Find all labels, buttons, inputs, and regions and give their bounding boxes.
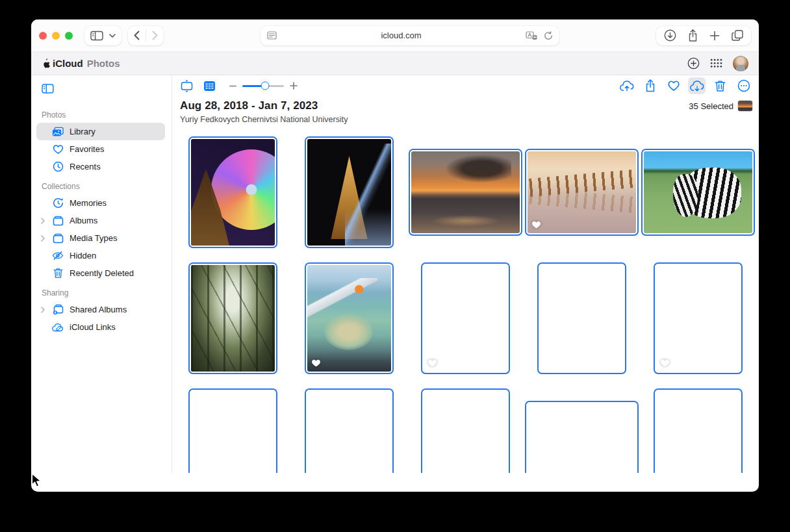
downloads-icon[interactable] (664, 29, 676, 42)
apple-logo-icon (42, 58, 50, 69)
favorite-heart-badge-icon (661, 359, 669, 367)
sidebar-item-recents[interactable]: Recents (36, 158, 165, 175)
photo-cell (407, 129, 524, 255)
photo-cell (175, 381, 291, 473)
app-sidebar-toggle-icon[interactable] (42, 84, 54, 94)
pine-branch-sunset-1-image (307, 391, 391, 473)
date-range-title: Aug 28, 2018 - Jan 7, 2023 (180, 99, 318, 112)
sidebar-item-media-types[interactable]: Media Types (36, 229, 165, 247)
photo-cell (407, 381, 524, 473)
photo-cell (640, 255, 756, 381)
sidebar-item-recently-deleted[interactable]: Recently Deleted (36, 264, 165, 282)
sidebar-item-label: Recents (70, 162, 101, 171)
trash-photo-icon[interactable] (711, 77, 729, 94)
photo-pine-branch-sunset-1[interactable] (305, 388, 394, 473)
photo-cell (175, 255, 291, 381)
tabs-overview-icon[interactable] (732, 30, 743, 41)
reload-icon[interactable] (544, 31, 553, 40)
chevron-right-icon[interactable] (41, 218, 45, 224)
sidebar-item-memories[interactable]: Memories (36, 194, 165, 212)
sidebar-item-label: Library (70, 127, 96, 136)
browser-toolbar: icloud.com (31, 19, 759, 52)
pyramids-tourist-image (528, 403, 636, 473)
app-grid-icon[interactable] (710, 58, 722, 68)
album-icon (52, 216, 64, 226)
sidebar-item-favorites[interactable]: Favorites (36, 140, 165, 158)
close-window-button[interactable] (39, 32, 47, 40)
sidebar-item-label: Memories (70, 198, 107, 208)
zoom-in-icon[interactable] (290, 82, 298, 90)
upload-cloud-icon[interactable] (618, 77, 635, 94)
photo-ferris-wheel-night[interactable] (188, 136, 277, 248)
zoom-slider-thumb[interactable] (261, 82, 270, 90)
browser-sidebar-toggle-icon[interactable] (90, 31, 103, 41)
photo-cell (524, 381, 640, 473)
favorite-heart-badge-icon (312, 359, 320, 367)
photo-forest-canopy[interactable] (188, 262, 277, 374)
new-tab-icon[interactable] (709, 31, 720, 41)
reader-icon[interactable] (267, 31, 277, 40)
sidebar-item-label: Media Types (70, 233, 117, 243)
photo-airplane-window-desert[interactable] (421, 262, 510, 374)
download-cloud-icon[interactable] (688, 77, 706, 94)
temple-ticket-image (656, 391, 740, 473)
sunset-over-sea-image (411, 151, 520, 233)
selection-status: 35 Selected (689, 101, 752, 111)
zoom-out-icon[interactable] (229, 85, 236, 87)
favorite-heart-icon[interactable] (665, 77, 682, 94)
share-icon[interactable] (688, 29, 698, 42)
photos-sidebar: Photos Library Favorites Recents Collect (31, 75, 172, 473)
sidebar-item-label: Hidden (70, 251, 96, 260)
photo-zebra[interactable] (641, 149, 755, 236)
photo-dusk-mountains[interactable] (654, 262, 743, 374)
photo-cell (291, 255, 407, 381)
photo-salt-lake-posts[interactable] (525, 149, 639, 236)
account-avatar[interactable] (733, 56, 748, 71)
photo-clock-tower[interactable] (537, 262, 626, 374)
photo-christmas-tree-night[interactable] (305, 136, 394, 248)
trash-icon (52, 268, 64, 279)
sidebar-item-albums[interactable]: Albums (36, 212, 165, 229)
url-text: icloud.com (277, 31, 526, 40)
translate-icon[interactable] (526, 31, 537, 40)
photo-pine-branch-sunset-2[interactable] (421, 388, 510, 473)
photo-temple-ticket[interactable] (654, 388, 743, 473)
photo-cell (291, 381, 407, 473)
sidebar-item-hidden[interactable]: Hidden (36, 247, 165, 264)
aspect-ratio-icon[interactable] (180, 80, 194, 92)
address-bar[interactable]: icloud.com (261, 26, 559, 45)
minimize-window-button[interactable] (52, 32, 60, 40)
sidebar-item-label: iCloud Links (70, 322, 116, 332)
photo-cell (407, 255, 524, 381)
favorite-heart-badge-icon (428, 359, 437, 367)
salt-lake-posts-image (528, 151, 636, 233)
safari-window: icloud.com (31, 19, 759, 492)
icloud-header: iCloud Photos (31, 52, 759, 75)
chevron-down-icon[interactable] (109, 34, 116, 38)
brand-name: iCloud (53, 58, 83, 69)
sidebar-item-shared-albums[interactable]: Shared Albums (36, 301, 165, 318)
zoom-slider[interactable] (242, 81, 284, 90)
photo-pyramids-tourist[interactable] (525, 401, 639, 473)
add-circle-icon[interactable] (687, 57, 700, 70)
view-by-days-icon[interactable] (203, 81, 216, 92)
photo-country-road-clouds[interactable] (188, 388, 277, 473)
zoom-window-button[interactable] (65, 32, 73, 40)
christmas-tree-night-image (307, 139, 391, 246)
library-icon (52, 127, 64, 137)
nav-buttons (128, 26, 164, 45)
sidebar-item-icloud-links[interactable]: iCloud Links (36, 318, 165, 336)
share-photo-icon[interactable] (641, 77, 659, 94)
chevron-right-icon[interactable] (41, 235, 45, 242)
chevron-right-icon[interactable] (41, 307, 45, 313)
more-circle-icon[interactable] (735, 77, 752, 94)
back-button[interactable] (134, 31, 140, 40)
clock-tower-image (540, 265, 624, 372)
forward-button[interactable] (152, 31, 158, 40)
forest-canopy-image (191, 265, 275, 372)
photo-airplane-wing-island[interactable] (305, 262, 394, 374)
sidebar-item-label: Recently Deleted (70, 268, 134, 278)
photo-sunset-over-sea[interactable] (409, 149, 522, 236)
sidebar-item-library[interactable]: Library (36, 123, 165, 140)
photo-cell (175, 129, 291, 255)
